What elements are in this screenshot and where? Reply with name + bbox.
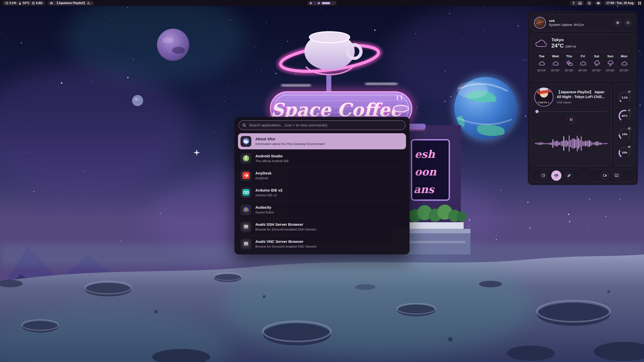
android-app-icon [240,153,251,164]
app-name: Avahi SSH Server Browser [255,222,316,227]
app-list: About XfceInformation about the Xfce Des… [234,133,410,252]
app-row[interactable]: About XfceInformation about the Xfce Des… [238,133,406,149]
search-icon [242,123,246,127]
forecast-day-label: Sat [590,54,603,58]
weather-cloud-icon [576,60,590,67]
window-neon-line: esh [415,148,435,160]
workspace-dot-empty[interactable] [332,2,334,4]
workspace-dot-active[interactable] [322,2,330,4]
gauge-gauge: 3.1% [618,91,631,104]
forecast-day-label: Fri [576,54,590,58]
performance-mode-button[interactable] [540,172,547,179]
forecast-day-label: Mon [617,54,631,58]
weather-temperature: 24°C [551,42,564,49]
now-playing-pill[interactable]: 【Japanese Playlist】 J... [48,1,94,6]
app-name: About Xfce [255,137,325,142]
power-button[interactable] [624,19,632,26]
settings-button[interactable] [614,19,621,26]
speaker-icon [597,2,600,5]
screenshot-icon [615,173,619,177]
app-row[interactable]: Avahi SSH Server BrowserBrowse for Zeroc… [238,219,406,235]
weather-city: Tokyo [551,37,576,42]
forecast-day: Tue33°/24° [535,54,549,72]
notifications-button[interactable] [586,1,593,6]
gauge-icon [5,2,8,5]
forecast-temps: 36°/26° [590,69,603,72]
audacity-app-icon [240,204,251,215]
forecast-day-label: Thu [562,54,576,58]
system-stats-pill[interactable]: 3.1% 54°C 6.8G [3,1,45,6]
wallpaper-icon [578,2,582,5]
forecast-day: Sun33°/26° [603,54,617,72]
workspace-dot-occupied[interactable] [310,2,312,4]
weather-timezone: (GMT+9) [565,45,576,48]
arduino-app-icon [240,187,251,198]
app-row[interactable]: Arduino IDE v2Arduino IDE v2 [238,185,406,201]
app-name: Arduino IDE v2 [255,188,283,193]
window-neon-line: ans [414,183,435,196]
capture-tools-pill [587,169,635,182]
app-description: Browse for Zeroconf-enabled SSH Servers [255,228,316,231]
forecast-day-label: Sun [603,54,617,58]
pointer-icon [572,1,576,5]
app-row[interactable]: AnyDeskAnyDesk [238,167,406,184]
bell-icon [588,2,591,5]
app-name: Avahi VNC Server Browser [255,239,316,244]
app-description: The official Android IDE [255,159,289,163]
stats-card: 3.1%54°C14%24% [614,84,635,166]
app-row[interactable]: Android StudioThe official Android IDE [238,150,406,166]
workspace-dot-empty[interactable] [314,2,316,4]
screenshot-button[interactable] [613,172,621,179]
forecast-day-label: Wed [549,54,562,58]
app-name: Audacity [255,205,274,210]
video-camera-icon [603,173,607,177]
volume-button[interactable] [595,1,602,6]
weather-cloud-icon [617,60,631,67]
app-name: AnyDesk [255,171,271,176]
power-icon [626,21,630,25]
track-title: 【Japanese Playlist】 Japan All Night - To… [557,90,608,99]
seek-bar[interactable] [535,110,607,113]
avatar[interactable] [534,17,546,29]
weather-card: Tokyo 24°C (GMT+9) Tue33°/24°Wed35°/25°T… [531,34,635,81]
power-mode-pill [531,169,582,182]
app-row[interactable]: Avahi VNC Server BrowserBrowse for Zeroc… [238,236,406,252]
thermometer-icon [18,2,22,5]
app-row[interactable]: AudacitySound Editor [238,202,406,218]
search-bar[interactable] [238,120,406,130]
speedometer-icon [541,173,545,177]
input-tools-pill[interactable] [570,1,584,6]
search-input[interactable] [249,123,402,127]
pause-button[interactable] [567,115,575,124]
user-card: seb System Uptime: 4h11m [531,14,635,31]
scales-icon [554,173,559,178]
chip-icon [628,127,632,131]
forecast-day: Mon33°/26° [617,54,631,72]
anydesk-app-icon [240,170,251,181]
screen-record-button[interactable] [601,172,609,179]
track-subtitle: Chill Japan. [557,101,608,104]
weather-partly-icon [562,60,576,67]
system-uptime: System Uptime: 4h11m [549,23,611,27]
forecast-day-label: Tue [535,54,549,58]
apps-grid-icon[interactable] [638,1,641,5]
album-art: TOKYO L [534,87,553,107]
side-panel: seb System Uptime: 4h11m Tokyo 24°C (GMT… [528,11,638,185]
workspace-dot-occupied[interactable] [318,2,320,4]
disk-gauge: 24% [618,146,631,159]
app-description: AnyDesk [255,176,271,180]
app-description: Arduino IDE v2 [255,193,283,197]
balanced-mode-button[interactable] [551,170,561,181]
clock-pill[interactable]: 17:09 - Tue, 19 Aug [604,1,636,6]
chip-icon [32,2,35,5]
powersave-mode-button[interactable] [565,172,573,179]
disk-icon [628,145,632,150]
cloud-icon [535,38,548,48]
chip-gauge: 14% [618,128,631,141]
forecast-temps: 33°/24° [535,69,549,72]
forecast-temps: 33°/26° [617,69,631,72]
memory-stat: 6.8G [32,1,43,5]
workspace-indicator[interactable] [307,1,337,6]
app-description: Browse for Zeroconf-enabled VNC Servers [255,245,316,248]
seek-handle[interactable] [535,110,539,113]
